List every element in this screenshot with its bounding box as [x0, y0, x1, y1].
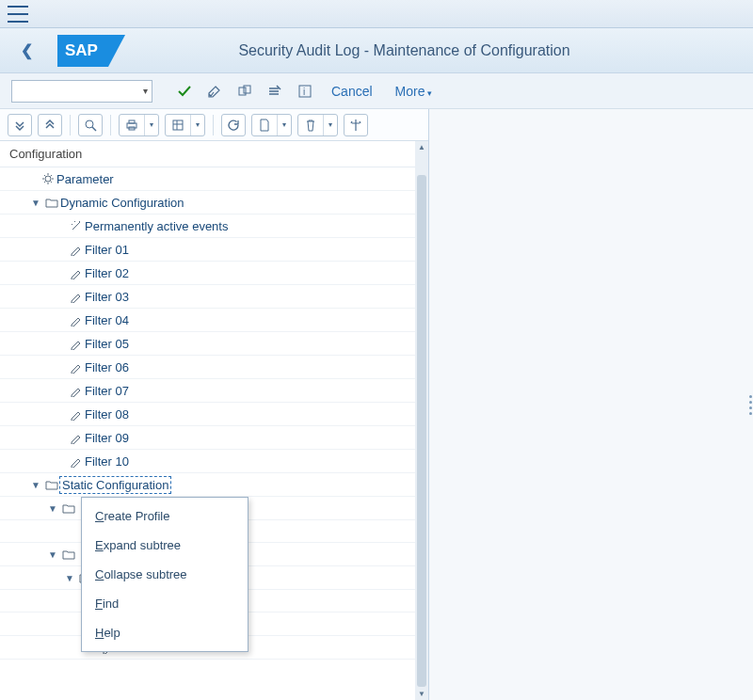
context-menu: Create Profile Expand subtree Collapse s…	[81, 497, 248, 652]
scroll-up-icon[interactable]: ▲	[418, 143, 425, 151]
svg-rect-3	[244, 86, 250, 93]
scroll-thumb[interactable]	[417, 175, 426, 687]
tree-label: Filter 01	[85, 243, 129, 257]
ctx-mnemonic: F	[95, 597, 103, 611]
refresh-button[interactable]	[221, 114, 246, 136]
ctx-help[interactable]: Help	[82, 618, 248, 647]
tree-node-filter[interactable]: Filter 01	[0, 238, 415, 262]
tree-node-filter[interactable]: Filter 05	[0, 332, 415, 356]
svg-point-6	[86, 120, 93, 128]
hamburger-menu-button[interactable]	[8, 6, 28, 23]
tree-node-filter[interactable]: Filter 02	[0, 262, 415, 285]
tree-label: Filter 02	[85, 266, 129, 280]
delete-button[interactable]: ▾	[297, 114, 338, 136]
find-button[interactable]	[78, 114, 103, 136]
save-button[interactable]	[171, 80, 198, 103]
tree-label: Parameter	[56, 172, 114, 186]
ctx-text: ind	[103, 597, 119, 611]
tree-node-filter[interactable]: Filter 07	[0, 379, 415, 403]
svg-point-11	[45, 176, 51, 182]
cancel-button[interactable]: Cancel	[322, 80, 382, 103]
chevron-down-icon: ▼	[28, 198, 43, 208]
svg-rect-10	[173, 120, 183, 130]
back-button[interactable]: ❮	[13, 38, 40, 63]
command-field[interactable]: ▾	[11, 80, 152, 103]
ctx-find[interactable]: Find	[82, 589, 248, 618]
tree-node-static-config[interactable]: ▼ Static Configuration	[0, 473, 415, 497]
folder-icon	[43, 196, 60, 209]
body: ▾ ▾ ▾ ▾ Configuration Parameter ▼ Dynami…	[0, 109, 753, 700]
ctx-text: reate Profile	[104, 509, 169, 523]
tree-label: Filter 10	[85, 454, 129, 469]
overlapping-boxes-icon[interactable]	[232, 80, 258, 103]
pencil-icon	[68, 243, 85, 256]
ctx-create-profile[interactable]: Create Profile	[82, 501, 248, 531]
new-doc-button[interactable]: ▾	[251, 114, 292, 136]
ctx-text: elp	[104, 626, 120, 640]
tree-label: Filter 03	[85, 290, 129, 304]
tree-node-filter[interactable]: Filter 03	[0, 285, 415, 309]
page-title: Security Audit Log - Maintenance of Conf…	[125, 42, 740, 59]
ctx-mnemonic: C	[95, 567, 104, 581]
ctx-collapse-subtree[interactable]: Collapse subtree	[82, 560, 248, 589]
pencil-icon	[68, 384, 85, 397]
tree-node-filter[interactable]: Filter 06	[0, 356, 415, 379]
pencil-icon	[68, 431, 85, 444]
folder-icon	[60, 501, 77, 515]
menu-bar	[0, 0, 753, 28]
gear-icon	[40, 172, 56, 185]
main-toolbar: ▾ i Cancel More▾	[0, 73, 753, 109]
svg-rect-2	[239, 88, 246, 95]
chevron-down-icon: ▼	[45, 503, 60, 514]
folder-icon	[60, 548, 77, 561]
info-button[interactable]: i	[292, 80, 318, 103]
pencil-icon	[68, 454, 85, 468]
left-panel: ▾ ▾ ▾ ▾ Configuration Parameter ▼ Dynami…	[0, 109, 429, 700]
vertical-scrollbar[interactable]: ▲ ▼	[415, 141, 428, 700]
pencil-icon	[68, 313, 85, 326]
expand-all-button[interactable]	[8, 114, 32, 136]
more-label: More	[395, 84, 425, 99]
splitter-handle[interactable]	[747, 389, 753, 421]
header: ❮ SAP Security Audit Log - Maintenance o…	[0, 28, 753, 73]
collapse-all-button[interactable]	[38, 114, 62, 136]
tree-label: Filter 04	[85, 313, 129, 327]
wand-icon	[68, 219, 85, 232]
more-button[interactable]: More▾	[386, 80, 441, 103]
tree-node-perm-active[interactable]: Permanently active events	[0, 215, 415, 238]
chevron-down-icon: ▼	[28, 480, 43, 490]
print-button[interactable]: ▾	[119, 114, 159, 136]
pencil-check-icon[interactable]	[201, 80, 228, 103]
pencil-icon	[68, 337, 85, 350]
ctx-text: ollapse subtree	[104, 567, 186, 581]
tree-node-filter[interactable]: Filter 08	[0, 403, 415, 426]
svg-text:i: i	[303, 87, 305, 97]
tree-node-filter[interactable]: Filter 09	[0, 426, 415, 450]
tree-node-filter[interactable]: Filter 10	[0, 450, 415, 473]
ctx-mnemonic: C	[95, 509, 104, 523]
tree-wrap: Configuration Parameter ▼ Dynamic Config…	[0, 141, 428, 700]
tree-label: Filter 06	[85, 360, 129, 374]
tree-toolbar: ▾ ▾ ▾ ▾	[0, 109, 428, 141]
svg-rect-8	[129, 120, 135, 123]
tree-label: Static Configuration	[60, 477, 170, 493]
pencil-icon	[68, 290, 85, 303]
pencil-icon	[68, 266, 85, 279]
tree-label: Dynamic Configuration	[60, 196, 184, 210]
layout-button[interactable]: ▾	[165, 114, 205, 136]
tree-label: Filter 09	[85, 431, 129, 445]
ctx-expand-subtree[interactable]: Expand subtree	[82, 531, 248, 560]
svg-text:SAP: SAP	[65, 41, 98, 59]
tree-node-parameter[interactable]: Parameter	[0, 167, 415, 191]
right-panel	[429, 109, 753, 700]
compare-button[interactable]	[344, 114, 368, 136]
chevron-down-icon: ▼	[62, 573, 77, 583]
tree-node-filter[interactable]: Filter 04	[0, 309, 415, 332]
sap-logo: SAP	[57, 35, 125, 67]
tree-node-dynamic-config[interactable]: ▼ Dynamic Configuration	[0, 191, 415, 215]
tree-label: Filter 05	[85, 337, 129, 351]
striped-pencil-icon[interactable]	[262, 80, 288, 103]
scroll-down-icon[interactable]: ▼	[418, 690, 425, 698]
ctx-mnemonic: H	[95, 626, 104, 640]
tree-label: Permanently active events	[85, 219, 228, 233]
